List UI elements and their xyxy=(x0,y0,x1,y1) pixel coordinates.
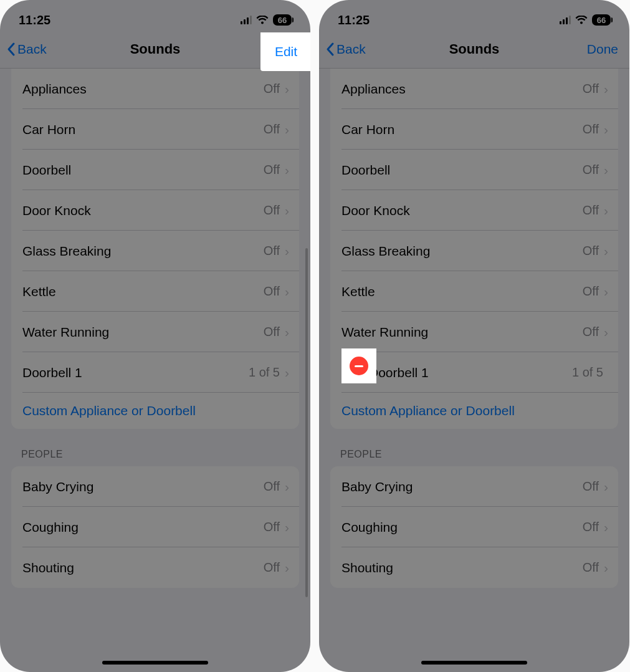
wifi-icon xyxy=(575,16,588,25)
cellular-icon xyxy=(241,16,252,24)
list-item[interactable]: AppliancesOff› xyxy=(11,69,299,109)
home-indicator[interactable] xyxy=(421,661,527,665)
phone-left: 11:25 66 Back Sounds Edit AppliancesOff›… xyxy=(0,0,310,672)
highlight-delete xyxy=(343,350,375,382)
scroll-indicator[interactable] xyxy=(305,248,308,597)
chevron-right-icon: › xyxy=(285,479,289,494)
list-item[interactable]: KettleOff› xyxy=(330,271,618,312)
delete-minus-icon-highlight[interactable] xyxy=(350,357,368,375)
section-header-people: PEOPLE xyxy=(11,429,299,466)
chevron-right-icon: › xyxy=(285,203,289,218)
people-list: Baby CryingOff› CoughingOff› ShoutingOff… xyxy=(11,466,299,588)
chevron-right-icon: › xyxy=(285,520,289,535)
custom-add-link[interactable]: Custom Appliance or Doorbell xyxy=(11,393,299,429)
chevron-right-icon: › xyxy=(604,560,608,575)
edit-button-highlight[interactable]: Edit xyxy=(275,44,297,59)
cellular-icon xyxy=(560,16,571,24)
list-item[interactable]: Baby CryingOff› xyxy=(330,466,618,507)
list-item[interactable]: Glass BreakingOff› xyxy=(330,231,618,271)
list-item[interactable]: Door KnockOff› xyxy=(330,190,618,231)
list-item[interactable]: Baby CryingOff› xyxy=(11,466,299,507)
battery-icon: 66 xyxy=(592,14,611,26)
chevron-right-icon: › xyxy=(285,163,289,178)
highlight-edit: Edit xyxy=(262,34,310,70)
list-item[interactable]: Water RunningOff› xyxy=(11,312,299,352)
status-bar: 11:25 66 xyxy=(0,0,310,34)
list-item[interactable]: Car HornOff› xyxy=(330,109,618,150)
chevron-right-icon: › xyxy=(285,82,289,97)
list-item[interactable]: CoughingOff› xyxy=(330,507,618,547)
home-indicator[interactable] xyxy=(102,661,208,665)
chevron-right-icon: › xyxy=(604,244,608,259)
list-item[interactable]: Water RunningOff› xyxy=(330,312,618,352)
list-item[interactable]: ShoutingOff› xyxy=(330,547,618,588)
status-time: 11:25 xyxy=(338,13,370,27)
chevron-right-icon: › xyxy=(604,163,608,178)
list-item[interactable]: CoughingOff› xyxy=(11,507,299,547)
wifi-icon xyxy=(256,16,269,25)
page-title: Sounds xyxy=(319,41,629,57)
chevron-right-icon: › xyxy=(604,520,608,535)
list-item[interactable]: DoorbellOff› xyxy=(330,150,618,190)
list-item[interactable]: Car HornOff› xyxy=(11,109,299,150)
custom-add-link[interactable]: Custom Appliance or Doorbell xyxy=(330,393,618,429)
chevron-right-icon: › xyxy=(604,122,608,137)
chevron-right-icon: › xyxy=(285,365,289,380)
chevron-right-icon: › xyxy=(604,82,608,97)
list-item[interactable]: DoorbellOff› xyxy=(11,150,299,190)
chevron-right-icon: › xyxy=(285,325,289,340)
nav-bar: Back Sounds Done xyxy=(319,34,629,69)
chevron-right-icon: › xyxy=(604,203,608,218)
list-item[interactable]: Doorbell 11 of 5› xyxy=(11,352,299,393)
done-button[interactable]: Done xyxy=(587,42,618,57)
status-time: 11:25 xyxy=(19,13,50,27)
chevron-right-icon: › xyxy=(285,244,289,259)
chevron-right-icon: › xyxy=(604,325,608,340)
section-header-people: PEOPLE xyxy=(330,429,618,466)
sounds-list: AppliancesOff› Car HornOff› DoorbellOff›… xyxy=(11,69,299,429)
chevron-right-icon: › xyxy=(285,122,289,137)
list-item[interactable]: Door KnockOff› xyxy=(11,190,299,231)
phone-right: 11:25 66 Back Sounds Done AppliancesOff›… xyxy=(319,0,629,672)
list-item[interactable]: Glass BreakingOff› xyxy=(11,231,299,271)
people-list: Baby CryingOff› CoughingOff› ShoutingOff… xyxy=(330,466,618,588)
list-item[interactable]: ShoutingOff› xyxy=(11,547,299,588)
chevron-right-icon: › xyxy=(604,284,608,299)
chevron-right-icon: › xyxy=(285,560,289,575)
status-right: 66 xyxy=(241,14,292,26)
battery-icon: 66 xyxy=(273,14,292,26)
chevron-right-icon: › xyxy=(285,284,289,299)
status-right: 66 xyxy=(560,14,611,26)
list-item[interactable]: AppliancesOff› xyxy=(330,69,618,109)
list-item[interactable]: KettleOff› xyxy=(11,271,299,312)
chevron-right-icon: › xyxy=(604,479,608,494)
status-bar: 11:25 66 xyxy=(319,0,629,34)
